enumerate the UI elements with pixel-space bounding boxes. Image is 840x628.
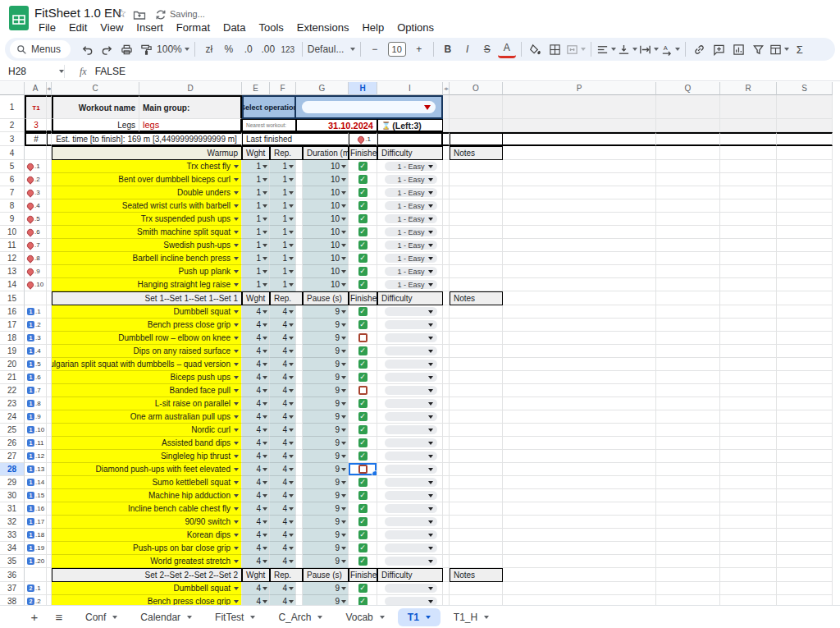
wght-dropdown[interactable]: 4 <box>242 384 270 397</box>
menu-view[interactable]: View <box>94 21 129 35</box>
difficulty-dropdown[interactable]: 1 - Easy <box>377 252 443 265</box>
exercise-name-dropdown[interactable]: Machine hip adduction <box>52 489 242 502</box>
wght-dropdown[interactable]: 4 <box>242 476 270 489</box>
duration-dropdown[interactable]: 9 <box>303 463 349 476</box>
wght-dropdown[interactable]: 1 <box>242 239 270 252</box>
difficulty-dropdown[interactable] <box>377 463 443 476</box>
difficulty-dropdown[interactable] <box>377 319 443 332</box>
text-rotation-icon[interactable]: A <box>660 40 680 58</box>
col-header-D[interactable]: D <box>139 82 242 95</box>
difficulty-dropdown[interactable] <box>377 516 443 529</box>
exercise-name-dropdown[interactable]: Dumbbell squat <box>52 582 242 595</box>
finished-checkbox-cell[interactable]: ✓ <box>349 424 377 437</box>
wght-dropdown[interactable]: 4 <box>242 424 270 437</box>
col-header-I[interactable]: I <box>377 82 443 95</box>
exercise-name-dropdown[interactable]: Barbell incline bench press <box>52 252 242 265</box>
notes-cell[interactable] <box>450 502 503 516</box>
exercise-name-dropdown[interactable]: Dumbbell row – elbow on knee <box>52 332 242 345</box>
duration-dropdown[interactable]: 9 <box>303 555 349 568</box>
finished-checkbox-cell[interactable]: ✓ <box>349 319 377 332</box>
wght-dropdown[interactable]: 1 <box>242 186 270 199</box>
rep-dropdown[interactable]: 4 <box>270 450 296 463</box>
rep-dropdown[interactable]: 4 <box>270 319 296 332</box>
functions-button[interactable]: Σ <box>791 40 809 58</box>
table-views-icon[interactable] <box>769 40 789 58</box>
notes-cell[interactable] <box>450 226 503 239</box>
exercise-name-dropdown[interactable]: Trx suspended push ups <box>52 213 242 226</box>
duration-dropdown[interactable]: 10 <box>303 278 349 291</box>
finished-checkbox-cell[interactable]: ✓ <box>349 160 377 173</box>
zoom-select[interactable]: 100% <box>157 40 189 58</box>
notes-cell[interactable] <box>450 199 503 213</box>
difficulty-dropdown[interactable] <box>377 529 443 542</box>
wght-dropdown[interactable]: 1 <box>242 226 270 239</box>
duration-dropdown[interactable]: 10 <box>303 173 349 186</box>
name-box[interactable]: H28 <box>0 66 64 77</box>
finished-checkbox-cell[interactable]: ✓ <box>349 476 377 489</box>
duration-dropdown[interactable]: 9 <box>303 358 349 371</box>
undo-button[interactable] <box>78 40 96 58</box>
finished-checkbox-cell[interactable]: ✓ <box>349 265 377 278</box>
filter-icon[interactable] <box>750 40 768 58</box>
rep-dropdown[interactable]: 4 <box>270 542 296 555</box>
notes-cell[interactable] <box>450 239 503 252</box>
difficulty-dropdown[interactable] <box>377 555 443 568</box>
decrease-font-size-button[interactable]: − <box>366 40 384 58</box>
wght-dropdown[interactable]: 1 <box>242 213 270 226</box>
difficulty-dropdown[interactable]: 1 - Easy <box>377 226 443 239</box>
wght-dropdown[interactable]: 4 <box>242 529 270 542</box>
duration-dropdown[interactable]: 10 <box>303 160 349 173</box>
exercise-name-dropdown[interactable]: Swedish push-ups <box>52 239 242 252</box>
rep-dropdown[interactable]: 4 <box>270 529 296 542</box>
nearest-workout-date[interactable]: 31.10.2024 <box>296 119 377 132</box>
col-header-O[interactable]: O <box>450 82 503 95</box>
exercise-name-dropdown[interactable]: Singleleg hip thrust <box>52 450 242 463</box>
rep-dropdown[interactable]: 1 <box>270 199 296 213</box>
wght-dropdown[interactable]: 4 <box>242 595 270 605</box>
exercise-name-dropdown[interactable]: Trx chest fly <box>52 160 242 173</box>
rep-dropdown[interactable]: 4 <box>270 582 296 595</box>
finished-checkbox-cell[interactable]: ✓ <box>349 397 377 410</box>
finished-checkbox-cell[interactable]: ✓ <box>349 410 377 424</box>
finished-checkbox-cell[interactable]: ✓ <box>349 226 377 239</box>
difficulty-dropdown[interactable] <box>377 384 443 397</box>
rep-dropdown[interactable]: 1 <box>270 278 296 291</box>
cell-C1-workout-name-label[interactable]: Workout name <box>52 95 139 119</box>
rep-dropdown[interactable]: 4 <box>270 397 296 410</box>
col-header-P[interactable]: P <box>503 82 656 95</box>
hidden-cols-marker[interactable]: ◂▸ <box>443 82 450 95</box>
rep-dropdown[interactable]: 4 <box>270 437 296 450</box>
difficulty-dropdown[interactable] <box>377 424 443 437</box>
wght-dropdown[interactable]: 4 <box>242 358 270 371</box>
exercise-name-dropdown[interactable]: Banded face pull <box>52 384 242 397</box>
wght-dropdown[interactable]: 4 <box>242 555 270 568</box>
wght-dropdown[interactable]: 4 <box>242 397 270 410</box>
finished-checkbox-cell[interactable]: ✓ <box>349 437 377 450</box>
rep-dropdown[interactable]: 4 <box>270 345 296 358</box>
duration-dropdown[interactable]: 9 <box>303 424 349 437</box>
finished-checkbox-cell[interactable]: ✓ <box>349 516 377 529</box>
notes-cell[interactable] <box>450 463 503 476</box>
difficulty-dropdown[interactable]: 1 - Easy <box>377 278 443 291</box>
col-header-H[interactable]: H <box>349 82 377 95</box>
difficulty-dropdown[interactable]: 1 - Easy <box>377 239 443 252</box>
sheet-tab-fittest[interactable]: FitTest <box>205 608 265 626</box>
wght-dropdown[interactable]: 4 <box>242 542 270 555</box>
difficulty-dropdown[interactable] <box>377 397 443 410</box>
duration-dropdown[interactable]: 9 <box>303 542 349 555</box>
menu-edit[interactable]: Edit <box>63 21 93 35</box>
rep-dropdown[interactable]: 4 <box>270 555 296 568</box>
exercise-name-dropdown[interactable]: Biceps push ups <box>52 371 242 384</box>
difficulty-dropdown[interactable] <box>377 332 443 345</box>
menu-data[interactable]: Data <box>217 21 251 35</box>
notes-cell[interactable] <box>450 397 503 410</box>
sheet-tab-t1-active[interactable]: T1 <box>398 608 441 626</box>
finished-checkbox-cell[interactable]: ✓ <box>349 239 377 252</box>
exercise-name-dropdown[interactable]: Assisted band dips <box>52 437 242 450</box>
sheet-tab-vocab[interactable]: Vocab <box>336 608 394 626</box>
finished-checkbox-cell[interactable] <box>349 384 377 397</box>
menu-format[interactable]: Format <box>171 21 216 35</box>
duration-dropdown[interactable]: 10 <box>303 226 349 239</box>
rep-dropdown[interactable]: 1 <box>270 226 296 239</box>
rep-dropdown[interactable]: 4 <box>270 595 296 605</box>
